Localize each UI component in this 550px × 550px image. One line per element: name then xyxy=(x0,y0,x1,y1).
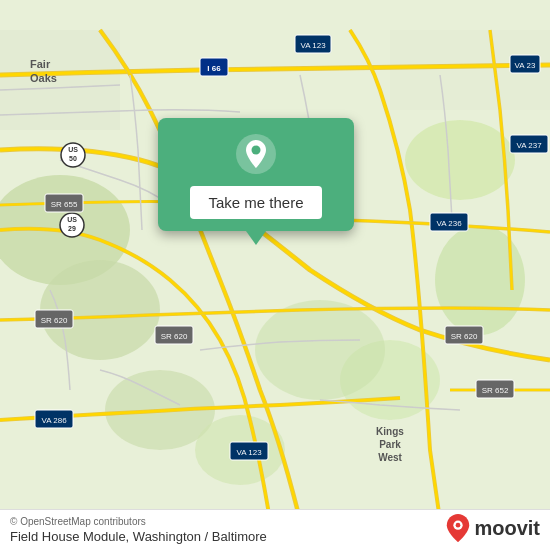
svg-text:29: 29 xyxy=(68,225,76,232)
map-background: I 66 VA 123 VA 23 US 50 VA 123 US 29 SR … xyxy=(0,0,550,550)
svg-text:VA 236: VA 236 xyxy=(436,219,462,228)
svg-point-6 xyxy=(255,300,385,400)
svg-text:US: US xyxy=(68,146,78,153)
svg-text:Fair: Fair xyxy=(30,58,51,70)
svg-text:SR 620: SR 620 xyxy=(451,332,478,341)
moovit-pin-icon xyxy=(446,514,470,542)
svg-text:US: US xyxy=(67,216,77,223)
svg-text:VA 286: VA 286 xyxy=(41,416,67,425)
svg-text:Kings: Kings xyxy=(376,426,404,437)
svg-text:West: West xyxy=(378,452,402,463)
svg-text:VA 123: VA 123 xyxy=(236,448,262,457)
svg-text:VA 123: VA 123 xyxy=(300,41,326,50)
take-me-there-button[interactable]: Take me there xyxy=(190,186,321,219)
svg-text:VA 23: VA 23 xyxy=(515,61,536,70)
svg-text:VA 237: VA 237 xyxy=(516,141,542,150)
popup-card: Take me there xyxy=(158,118,354,231)
svg-point-49 xyxy=(252,146,261,155)
map-container: I 66 VA 123 VA 23 US 50 VA 123 US 29 SR … xyxy=(0,0,550,550)
svg-text:Park: Park xyxy=(379,439,401,450)
svg-text:SR 620: SR 620 xyxy=(41,316,68,325)
svg-text:50: 50 xyxy=(69,155,77,162)
moovit-logo: moovit xyxy=(446,514,540,542)
svg-text:SR 655: SR 655 xyxy=(51,200,78,209)
svg-text:I 66: I 66 xyxy=(207,64,221,73)
svg-point-51 xyxy=(456,523,461,528)
svg-text:SR 620: SR 620 xyxy=(161,332,188,341)
moovit-brand-text: moovit xyxy=(474,517,540,540)
svg-text:Oaks: Oaks xyxy=(30,72,57,84)
svg-text:SR 652: SR 652 xyxy=(482,386,509,395)
location-pin-icon xyxy=(234,132,278,176)
svg-point-3 xyxy=(405,120,515,200)
